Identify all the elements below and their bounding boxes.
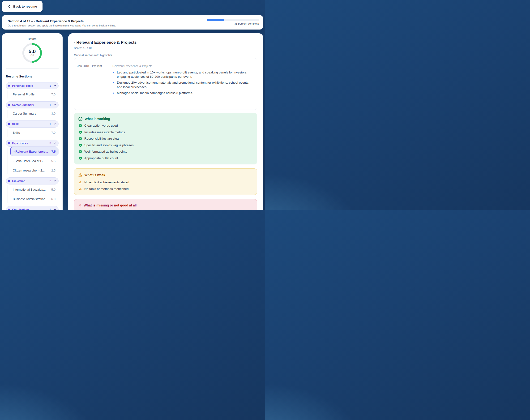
svg-text:/10: /10 (30, 54, 34, 57)
svg-text:5.0: 5.0 (29, 48, 36, 54)
